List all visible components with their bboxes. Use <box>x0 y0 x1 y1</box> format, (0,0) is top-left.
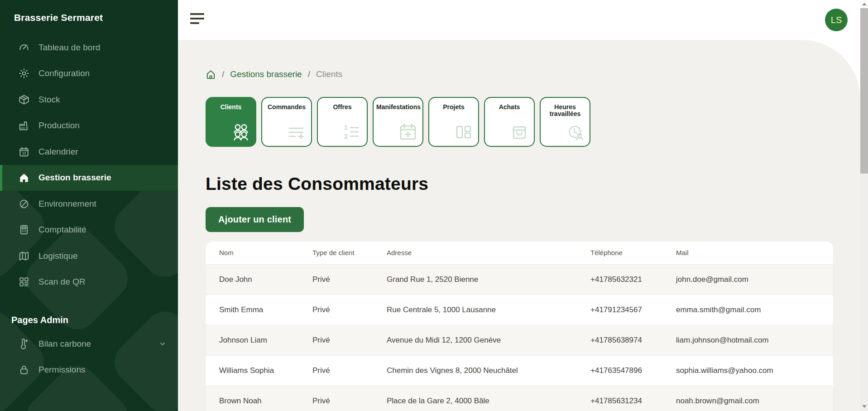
sidebar-item-scan-de-qr[interactable]: Scan de QR <box>0 269 178 295</box>
tab-heures-travaillees[interactable]: Heures travaillées <box>540 97 590 147</box>
home-icon <box>18 172 30 184</box>
lock-icon <box>18 364 30 376</box>
calculator-icon <box>18 224 30 236</box>
sidebar-item-label: Calendrier <box>38 147 78 157</box>
column-header-mail: Mail <box>676 242 833 264</box>
tab-manifestations[interactable]: Manifestations <box>373 97 423 147</box>
home-icon[interactable] <box>206 69 216 80</box>
package-icon <box>18 94 30 106</box>
sidebar-item-label: Scan de QR <box>38 277 86 287</box>
thermometer-icon <box>18 338 30 350</box>
sidebar-item-bilan-carbone[interactable]: Bilan carbone <box>0 331 178 357</box>
sidebar-item-gestion-brasserie[interactable]: Gestion brasserie <box>0 165 178 191</box>
main-area: LS / Gestions brasserie / Clients Client… <box>178 0 860 411</box>
scrollbar-up-button[interactable] <box>860 0 868 8</box>
shopping-bag-icon <box>508 121 530 143</box>
table-row[interactable]: Doe JohnPrivé Grand Rue 1, 2520 Bienne+4… <box>206 264 833 295</box>
sidebar-item-label: Tableau de bord <box>38 43 100 53</box>
table-row[interactable]: Brown NoahPrivé Place de la Gare 2, 4000… <box>206 386 833 411</box>
content-area: / Gestions brasserie / Clients Clients C… <box>178 40 860 411</box>
sidebar-item-label: Stock <box>38 95 60 105</box>
sidebar-item-label: Configuration <box>38 68 90 78</box>
sidebar-menu: Tableau de bord Configuration Stock Prod… <box>0 34 178 295</box>
table-row[interactable]: Smith EmmaPrivé Rue Centrale 5, 1000 Lau… <box>206 295 833 325</box>
sidebar-item-calendrier[interactable]: 12 Calendrier <box>0 139 178 165</box>
sidebar-section-pages-admin: Pages Admin <box>0 295 178 329</box>
sidebar-item-tableau-de-bord[interactable]: Tableau de bord <box>0 34 178 61</box>
sidebar-admin-menu: Bilan carbone Permissions <box>0 331 178 383</box>
breadcrumb-separator: / <box>222 69 224 79</box>
users-icon <box>230 121 252 143</box>
calendar-plus-icon <box>397 121 419 143</box>
add-client-button[interactable]: Ajouter un client <box>206 207 304 232</box>
clients-table-card: Nom Type de client Adresse Téléphone Mai… <box>206 242 833 411</box>
sidebar-item-logistique[interactable]: Logistique <box>0 243 178 269</box>
kanban-icon <box>453 121 475 143</box>
table-header-row: Nom Type de client Adresse Téléphone Mai… <box>206 242 833 264</box>
svg-text:12: 12 <box>22 151 26 155</box>
scrollbar-down-button[interactable] <box>860 403 868 410</box>
breadcrumb-link-gestions-brasserie[interactable]: Gestions brasserie <box>230 69 302 79</box>
scroll-up-icon <box>862 3 867 5</box>
sidebar-item-permissions[interactable]: Permissions <box>0 357 178 383</box>
category-tabs: Clients Commandes Offres <box>206 97 833 147</box>
gear-icon <box>18 68 30 79</box>
sidebar-item-label: Logistique <box>38 251 78 261</box>
tab-commandes[interactable]: Commandes <box>261 97 312 147</box>
sidebar-item-label: Environnement <box>38 199 96 209</box>
page-title: Liste des Consommateurs <box>206 174 833 194</box>
sidebar: Brasserie Sermaret Tableau de bord Confi… <box>0 0 178 411</box>
chevron-down-icon <box>159 340 166 348</box>
sidebar-item-comptabilite[interactable]: Comptabilité <box>0 217 178 243</box>
tab-clients[interactable]: Clients <box>206 97 256 147</box>
tab-projets[interactable]: Projets <box>428 97 479 147</box>
vertical-scrollbar[interactable] <box>860 0 868 411</box>
numbered-list-icon: 1 2 <box>341 121 363 143</box>
scrollbar-thumb[interactable] <box>860 8 868 174</box>
table-row[interactable]: Williams SophiaPrivé Chemin des Vignes 8… <box>206 355 833 386</box>
user-avatar[interactable]: LS <box>825 9 848 31</box>
column-header-nom: Nom <box>206 242 312 264</box>
sidebar-item-label: Bilan carbone <box>38 339 91 349</box>
sidebar-item-label: Permissions <box>38 365 85 375</box>
breadcrumb-separator: / <box>308 69 310 79</box>
gauge-icon <box>18 42 30 53</box>
app-brand: Brasserie Sermaret <box>0 0 178 23</box>
breadcrumb-current: Clients <box>316 69 342 79</box>
list-plus-icon <box>286 121 307 143</box>
svg-text:1: 1 <box>344 124 348 131</box>
scroll-down-icon <box>862 405 867 408</box>
map-icon <box>18 250 30 262</box>
column-header-adresse: Adresse <box>387 242 590 264</box>
clock-user-icon <box>564 121 586 143</box>
sidebar-item-label: Gestion brasserie <box>38 173 111 183</box>
sidebar-item-configuration[interactable]: Configuration <box>0 61 178 87</box>
breadcrumb: / Gestions brasserie / Clients <box>206 68 833 81</box>
sidebar-item-label: Comptabilité <box>38 225 86 235</box>
svg-text:2: 2 <box>344 133 348 140</box>
leaf-icon <box>18 198 30 210</box>
menu-toggle-icon[interactable] <box>190 13 204 25</box>
sidebar-item-environnement[interactable]: Environnement <box>0 191 178 217</box>
column-header-telephone: Téléphone <box>590 242 676 264</box>
topbar: LS <box>178 0 860 40</box>
column-header-type: Type de client <box>312 242 387 264</box>
sidebar-item-stock[interactable]: Stock <box>0 87 178 113</box>
table-row[interactable]: Johnson LiamPrivé Avenue du Midi 12, 120… <box>206 325 833 355</box>
calendar-icon: 12 <box>18 146 30 158</box>
factory-icon <box>18 120 30 131</box>
tab-offres[interactable]: Offres 1 2 <box>317 97 368 147</box>
sidebar-item-label: Production <box>38 121 80 131</box>
tab-achats[interactable]: Achats <box>484 97 535 147</box>
sidebar-item-production[interactable]: Production <box>0 113 178 139</box>
clients-table: Nom Type de client Adresse Téléphone Mai… <box>206 242 833 411</box>
qr-icon <box>18 276 30 288</box>
